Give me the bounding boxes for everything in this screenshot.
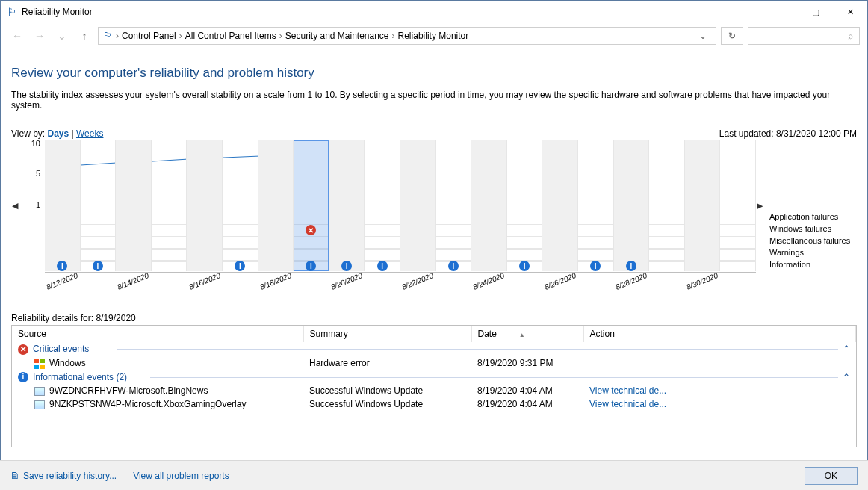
- table-row[interactable]: 9NZKPSTSNW4P-Microsoft.XboxGamingOverlay…: [12, 397, 856, 411]
- app-icon: [34, 400, 45, 409]
- error-icon: ✕: [306, 225, 316, 235]
- table-row[interactable]: Windows Hardware error 8/19/2020 9:31 PM: [12, 356, 856, 370]
- recent-locations-button[interactable]: ⌄: [53, 27, 71, 45]
- last-updated-text: Last updated: 8/31/2020 12:00 PM: [719, 128, 857, 139]
- info-icon: i: [519, 261, 530, 271]
- info-icon: i: [590, 261, 601, 271]
- footer-bar: 🗎Save reliability history... View all pr…: [0, 460, 868, 490]
- info-icon: i: [306, 261, 316, 271]
- view-technical-details-link[interactable]: View technical de...: [589, 399, 666, 409]
- viewby-days[interactable]: Days: [47, 128, 69, 139]
- forward-button[interactable]: →: [31, 27, 49, 45]
- nav-bar: ← → ⌄ ↑ 🏳 › Control Panel › All Control …: [1, 23, 867, 48]
- close-button[interactable]: ✕: [833, 1, 867, 23]
- breadcrumb-2[interactable]: Security and Maintenance: [285, 31, 389, 41]
- windows-icon: [34, 359, 45, 369]
- info-icon: i: [626, 261, 636, 271]
- ok-button[interactable]: OK: [805, 467, 858, 485]
- group-informational-events[interactable]: iInformational events (2)⌃: [12, 370, 856, 385]
- title-bar: 🏳 Reliability Monitor — ▢ ✕: [1, 1, 867, 23]
- details-for-label: Reliability details for: 8/19/2020: [11, 313, 857, 323]
- search-input[interactable]: ⌕: [748, 27, 860, 45]
- info-icon: i: [93, 261, 103, 271]
- group-critical-events[interactable]: ✕Critical events⌃: [12, 342, 856, 356]
- details-table: Source Summary Date▲ Action ✕Critical ev…: [11, 325, 857, 447]
- back-button[interactable]: ←: [8, 27, 26, 45]
- col-summary: Summary: [303, 326, 471, 342]
- breadcrumb-1[interactable]: All Control Panel Items: [185, 31, 276, 41]
- col-date: Date▲: [471, 326, 583, 342]
- viewby-label: View by:: [11, 128, 45, 139]
- app-flag-icon: 🏳: [7, 6, 17, 18]
- chart-body[interactable]: i8/12/2020 i 8/14/2020 8/16/2020 i 8/18/…: [45, 140, 756, 308]
- svg-rect-3: [40, 365, 45, 369]
- table-row[interactable]: 9WZDNCRFHVFW-Microsoft.BingNews Successf…: [12, 384, 856, 397]
- col-source: Source: [12, 326, 303, 342]
- description-text: The stability index assesses your system…: [11, 90, 857, 111]
- event-row-labels: Application failures Windows failures Mi…: [763, 140, 857, 308]
- table-header[interactable]: Source Summary Date▲ Action: [12, 326, 856, 342]
- y-axis: 10 5 1: [19, 140, 45, 308]
- info-icon: i: [341, 261, 352, 271]
- reliability-chart[interactable]: ◀ 10 5 1 i8/12/2020 i 8/14/2020 8/16/202…: [11, 140, 857, 308]
- svg-rect-1: [40, 359, 45, 363]
- maximize-button[interactable]: ▢: [799, 1, 833, 23]
- sort-asc-icon: ▲: [519, 332, 525, 338]
- search-icon: ⌕: [848, 31, 853, 41]
- view-technical-details-link[interactable]: View technical de...: [589, 385, 666, 396]
- save-history-link[interactable]: 🗎Save reliability history...: [10, 470, 117, 481]
- address-flag-icon: 🏳: [103, 30, 113, 41]
- breadcrumb-3[interactable]: Reliability Monitor: [398, 31, 469, 41]
- chart-prev-button[interactable]: ◀: [11, 140, 19, 271]
- info-icon: i: [18, 372, 28, 382]
- view-all-reports-link[interactable]: View all problem reports: [133, 471, 229, 481]
- error-icon: ✕: [18, 344, 28, 355]
- info-icon: i: [235, 261, 245, 271]
- info-icon: i: [57, 261, 67, 271]
- svg-rect-2: [34, 365, 39, 369]
- address-chevron-down-icon[interactable]: ⌄: [699, 31, 711, 41]
- refresh-button[interactable]: ↻: [721, 27, 743, 45]
- info-icon: i: [448, 261, 459, 271]
- address-bar[interactable]: 🏳 › Control Panel › All Control Panel It…: [98, 27, 716, 45]
- page-title: Review your computer's reliability and p…: [11, 66, 857, 81]
- svg-rect-0: [34, 359, 39, 363]
- minimize-button[interactable]: —: [764, 1, 799, 23]
- breadcrumb-0[interactable]: Control Panel: [122, 31, 176, 41]
- viewby-weeks[interactable]: Weeks: [76, 128, 103, 139]
- selected-day: [294, 140, 329, 271]
- collapse-icon[interactable]: ⌃: [843, 344, 850, 354]
- info-icon: i: [377, 261, 388, 271]
- app-icon: [34, 387, 45, 396]
- up-button[interactable]: ↑: [75, 27, 93, 45]
- chart-next-button[interactable]: ▶: [756, 140, 763, 271]
- col-action: Action: [583, 326, 856, 342]
- collapse-icon[interactable]: ⌃: [843, 372, 850, 382]
- window-title: Reliability Monitor: [22, 7, 93, 17]
- save-icon: 🗎: [10, 470, 20, 481]
